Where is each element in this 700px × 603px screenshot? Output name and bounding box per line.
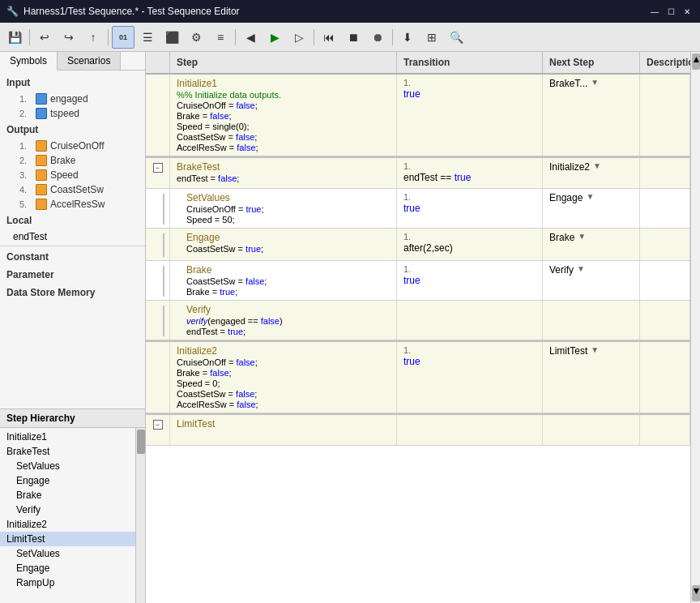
tree-item-verify[interactable]: Verify bbox=[0, 502, 145, 517]
download-button[interactable]: ⬇ bbox=[396, 26, 419, 49]
nextstep-cell[interactable]: Initialize2 ▼ bbox=[543, 158, 640, 188]
step-button[interactable]: ▷ bbox=[288, 26, 310, 49]
nextstep-dropdown-icon[interactable]: ▼ bbox=[577, 264, 585, 273]
close-btn[interactable]: ✕ bbox=[681, 5, 694, 18]
scroll-thumb[interactable] bbox=[137, 430, 145, 454]
description-cell[interactable] bbox=[640, 415, 690, 445]
tree-item-setvalues1[interactable]: SetValues bbox=[0, 459, 145, 473]
description-cell[interactable] bbox=[640, 229, 690, 260]
step-cell[interactable]: LimitTest bbox=[170, 415, 397, 445]
step-cell[interactable]: Verify verify(engaged == false) endTest … bbox=[170, 301, 397, 340]
nextstep-dropdown-icon[interactable]: ▼ bbox=[578, 232, 586, 241]
stop-button[interactable]: ⏹ bbox=[342, 26, 365, 49]
step-cell[interactable]: Initialize2 CruiseOnOff = false; Brake =… bbox=[170, 342, 397, 413]
binary-view-button[interactable]: 01 bbox=[112, 26, 134, 49]
table-row: SetValues CruiseOnOff = true; Speed = 50… bbox=[146, 189, 690, 229]
variables-section: Input 1. engaged 2. tspeed Output 1. Cru… bbox=[0, 71, 145, 408]
back-button[interactable]: ◀ bbox=[239, 26, 262, 49]
expand-cell[interactable]: − bbox=[146, 158, 170, 188]
transition-cell: 1. after(2,sec) bbox=[397, 229, 543, 260]
description-cell[interactable] bbox=[640, 301, 690, 340]
nextstep-cell[interactable]: Brake ▼ bbox=[543, 229, 640, 260]
tab-symbols[interactable]: Symbols bbox=[0, 52, 58, 71]
expand-cell[interactable]: − bbox=[146, 415, 170, 445]
expand-cell bbox=[146, 229, 170, 260]
step-cell[interactable]: SetValues CruiseOnOff = true; Speed = 50… bbox=[170, 189, 397, 228]
indent-line bbox=[163, 233, 164, 257]
step-cell[interactable]: BrakeTest endTest = false; bbox=[170, 158, 397, 188]
tree-item-braketest[interactable]: BrakeTest bbox=[0, 444, 145, 459]
table-row: Verify verify(engaged == false) endTest … bbox=[146, 301, 690, 340]
main-layout: Symbols Scenarios Input 1. engaged 2. ts… bbox=[0, 52, 700, 603]
datastore-label: Data Store Memory bbox=[0, 284, 145, 302]
tab-scenarios[interactable]: Scenarios bbox=[58, 52, 121, 70]
right-scrollbar[interactable]: ▲ ▼ bbox=[690, 52, 700, 603]
record-button[interactable]: ⏺ bbox=[366, 26, 389, 49]
tree-item-setvalues2[interactable]: SetValues bbox=[0, 546, 145, 561]
undo-button[interactable]: ↩ bbox=[33, 26, 56, 49]
expand-icon[interactable]: − bbox=[153, 420, 163, 430]
step-cell[interactable]: Initialize1 %% Initialize data outputs. … bbox=[170, 75, 397, 156]
description-cell[interactable] bbox=[640, 189, 690, 228]
export-button[interactable]: ⬛ bbox=[160, 26, 183, 49]
tree-item-rampup[interactable]: RampUp bbox=[0, 575, 145, 590]
nextstep-cell[interactable]: Verify ▼ bbox=[543, 261, 640, 300]
step-code-line: CoastSetSw = true; bbox=[186, 244, 390, 254]
panel-tabs: Symbols Scenarios bbox=[0, 52, 145, 71]
sep3 bbox=[235, 29, 236, 45]
settings-button[interactable]: ⚙ bbox=[185, 26, 207, 49]
expand-cell bbox=[146, 75, 170, 156]
title-bar: 🔧 Harness1/Test Sequence.* - Test Sequen… bbox=[0, 0, 700, 23]
description-cell[interactable] bbox=[640, 158, 690, 188]
tree-item-initialize2[interactable]: Initialize2 bbox=[0, 517, 145, 532]
nextstep-cell bbox=[543, 301, 640, 340]
description-cell[interactable] bbox=[640, 261, 690, 300]
collapse-icon[interactable]: − bbox=[153, 163, 163, 173]
step-cell[interactable]: Brake CoastSetSw = false; Brake = true; bbox=[170, 261, 397, 300]
nextstep-cell bbox=[543, 415, 640, 445]
up-button[interactable]: ↑ bbox=[82, 26, 105, 49]
next-step-value: Initialize2 bbox=[549, 161, 590, 173]
window-title: Harness1/Test Sequence.* - Test Sequence… bbox=[23, 6, 240, 17]
run-button[interactable]: ▶ bbox=[263, 26, 286, 49]
tree-item-engage2[interactable]: Engage bbox=[0, 561, 145, 575]
step-code-line: CruiseOnOff = true; bbox=[186, 204, 390, 214]
description-cell[interactable] bbox=[640, 75, 690, 156]
tree-item-initialize1[interactable]: Initialize1 bbox=[0, 430, 145, 444]
nextstep-cell[interactable]: BrakeT... ▼ bbox=[543, 75, 640, 156]
scrollbar[interactable] bbox=[135, 428, 145, 603]
prev-button[interactable]: ⏮ bbox=[318, 26, 340, 49]
nextstep-dropdown-icon[interactable]: ▼ bbox=[591, 345, 599, 354]
tree-item-limittest[interactable]: LimitTest bbox=[0, 532, 145, 546]
nextstep-dropdown-icon[interactable]: ▼ bbox=[591, 78, 599, 87]
next-step-value: Brake bbox=[549, 232, 574, 243]
nextstep-cell[interactable]: LimitTest ▼ bbox=[543, 342, 640, 413]
search-button[interactable]: 🔍 bbox=[445, 26, 467, 49]
transition-num: 1. bbox=[403, 78, 536, 88]
table-view-button[interactable]: ☰ bbox=[136, 26, 159, 49]
description-cell[interactable] bbox=[640, 342, 690, 413]
tree-item-brake[interactable]: Brake bbox=[0, 488, 145, 502]
scroll-track[interactable] bbox=[691, 71, 700, 584]
nextstep-dropdown-icon[interactable]: ▼ bbox=[593, 161, 601, 170]
redo-button[interactable]: ↪ bbox=[58, 26, 80, 49]
step-name: Initialize1 bbox=[177, 78, 390, 89]
nextstep-dropdown-icon[interactable]: ▼ bbox=[586, 192, 594, 201]
scroll-thumb-bottom[interactable]: ▼ bbox=[692, 585, 700, 601]
grid-button[interactable]: ⊞ bbox=[420, 26, 443, 49]
save-button[interactable]: 💾 bbox=[3, 26, 26, 49]
header-expand bbox=[146, 52, 170, 73]
step-code-line: CoastSetSw = false; bbox=[177, 389, 390, 399]
expand-cell bbox=[146, 342, 170, 413]
minimize-btn[interactable]: — bbox=[648, 5, 661, 18]
tree-item-engage1[interactable]: Engage bbox=[0, 473, 145, 488]
nextstep-cell[interactable]: Engage ▼ bbox=[543, 189, 640, 228]
list-button[interactable]: ≡ bbox=[209, 26, 232, 49]
parameter-label: Parameter bbox=[0, 266, 145, 284]
step-cell[interactable]: Engage CoastSetSw = true; bbox=[170, 229, 397, 260]
step-code-line: verify(engaged == false) bbox=[186, 316, 390, 326]
maximize-btn[interactable]: ☐ bbox=[664, 5, 677, 18]
transition-expr: after(2,sec) bbox=[403, 242, 536, 254]
scroll-thumb-top[interactable]: ▲ bbox=[692, 53, 700, 70]
window-controls[interactable]: — ☐ ✕ bbox=[648, 5, 694, 18]
